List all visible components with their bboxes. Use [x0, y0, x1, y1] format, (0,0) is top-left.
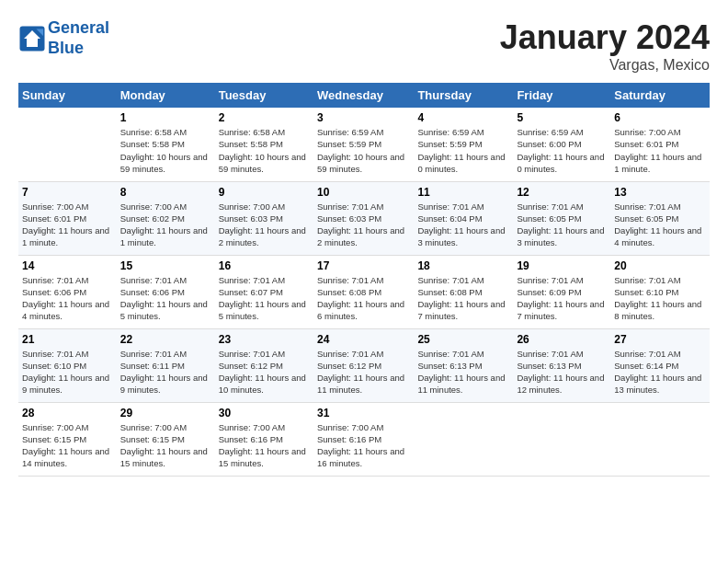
day-number: 10: [317, 186, 410, 199]
day-number: 2: [219, 111, 310, 124]
day-info: Sunrise: 7:01 AM Sunset: 6:14 PM Dayligh…: [614, 348, 706, 396]
day-number: 4: [417, 111, 509, 124]
weekday-header-row: SundayMondayTuesdayWednesdayThursdayFrid…: [18, 83, 710, 108]
calendar-cell-2-6: 20Sunrise: 7:01 AM Sunset: 6:10 PM Dayli…: [610, 255, 710, 328]
weekday-header-saturday: Saturday: [610, 83, 710, 108]
day-number: 15: [120, 259, 211, 272]
day-info: Sunrise: 7:01 AM Sunset: 6:06 PM Dayligh…: [120, 274, 211, 323]
weekday-header-wednesday: Wednesday: [313, 83, 414, 108]
day-number: 3: [317, 111, 410, 124]
day-number: 23: [219, 333, 310, 346]
day-number: 1: [120, 111, 211, 124]
calendar-cell-2-4: 18Sunrise: 7:01 AM Sunset: 6:08 PM Dayli…: [414, 255, 513, 328]
day-number: 20: [614, 259, 706, 272]
calendar-cell-2-0: 14Sunrise: 7:01 AM Sunset: 6:06 PM Dayli…: [18, 255, 117, 328]
calendar-cell-1-2: 9Sunrise: 7:00 AM Sunset: 6:03 PM Daylig…: [215, 181, 313, 255]
day-info: Sunrise: 7:00 AM Sunset: 6:01 PM Dayligh…: [22, 201, 113, 249]
day-number: 29: [120, 407, 211, 419]
calendar-cell-0-5: 5Sunrise: 6:59 AM Sunset: 6:00 PM Daylig…: [513, 108, 610, 181]
calendar-cell-4-3: 31Sunrise: 7:00 AM Sunset: 6:16 PM Dayli…: [313, 402, 414, 476]
day-info: Sunrise: 7:00 AM Sunset: 6:15 PM Dayligh…: [22, 421, 113, 470]
calendar-cell-2-3: 17Sunrise: 7:01 AM Sunset: 6:08 PM Dayli…: [313, 255, 414, 328]
calendar-cell-0-0: [18, 108, 117, 181]
day-info: Sunrise: 7:01 AM Sunset: 6:13 PM Dayligh…: [517, 348, 607, 396]
calendar-cell-0-1: 1Sunrise: 6:58 AM Sunset: 5:58 PM Daylig…: [117, 108, 215, 181]
day-info: Sunrise: 6:58 AM Sunset: 5:58 PM Dayligh…: [219, 126, 310, 175]
day-number: 16: [219, 259, 310, 272]
weekday-header-tuesday: Tuesday: [215, 83, 313, 108]
day-number: 6: [614, 111, 706, 124]
day-info: Sunrise: 7:00 AM Sunset: 6:15 PM Dayligh…: [120, 421, 211, 470]
calendar-row-3: 21Sunrise: 7:01 AM Sunset: 6:10 PM Dayli…: [18, 328, 710, 402]
calendar-cell-1-6: 13Sunrise: 7:01 AM Sunset: 6:05 PM Dayli…: [610, 181, 710, 255]
day-number: 24: [317, 333, 410, 346]
calendar-row-2: 14Sunrise: 7:01 AM Sunset: 6:06 PM Dayli…: [18, 255, 710, 328]
day-info: Sunrise: 7:01 AM Sunset: 6:03 PM Dayligh…: [317, 201, 410, 249]
calendar-table: SundayMondayTuesdayWednesdayThursdayFrid…: [18, 83, 710, 477]
day-number: 31: [317, 407, 410, 419]
calendar-cell-4-5: [513, 402, 610, 476]
calendar-cell-1-0: 7Sunrise: 7:00 AM Sunset: 6:01 PM Daylig…: [18, 181, 117, 255]
day-info: Sunrise: 7:01 AM Sunset: 6:08 PM Dayligh…: [317, 274, 410, 323]
calendar-cell-3-1: 22Sunrise: 7:01 AM Sunset: 6:11 PM Dayli…: [117, 328, 215, 402]
logo-icon: [18, 25, 46, 52]
day-info: Sunrise: 6:59 AM Sunset: 6:00 PM Dayligh…: [517, 126, 607, 175]
day-number: 12: [517, 186, 607, 199]
day-info: Sunrise: 7:01 AM Sunset: 6:04 PM Dayligh…: [417, 201, 509, 249]
weekday-header-friday: Friday: [513, 83, 610, 108]
day-info: Sunrise: 6:59 AM Sunset: 5:59 PM Dayligh…: [317, 126, 410, 175]
day-info: Sunrise: 7:00 AM Sunset: 6:16 PM Dayligh…: [219, 421, 310, 470]
calendar-cell-1-5: 12Sunrise: 7:01 AM Sunset: 6:05 PM Dayli…: [513, 181, 610, 255]
page: General Blue January 2024 Vargas, Mexico…: [0, 0, 728, 486]
day-info: Sunrise: 7:01 AM Sunset: 6:13 PM Dayligh…: [417, 348, 509, 396]
calendar-row-1: 7Sunrise: 7:00 AM Sunset: 6:01 PM Daylig…: [18, 181, 710, 255]
calendar-cell-1-1: 8Sunrise: 7:00 AM Sunset: 6:02 PM Daylig…: [117, 181, 215, 255]
calendar-cell-1-3: 10Sunrise: 7:01 AM Sunset: 6:03 PM Dayli…: [313, 181, 414, 255]
calendar-cell-2-1: 15Sunrise: 7:01 AM Sunset: 6:06 PM Dayli…: [117, 255, 215, 328]
day-info: Sunrise: 7:00 AM Sunset: 6:16 PM Dayligh…: [317, 421, 410, 470]
day-info: Sunrise: 7:00 AM Sunset: 6:03 PM Dayligh…: [219, 201, 310, 249]
calendar-cell-4-6: [610, 402, 710, 476]
calendar-cell-0-2: 2Sunrise: 6:58 AM Sunset: 5:58 PM Daylig…: [215, 108, 313, 181]
day-number: 7: [22, 186, 113, 199]
day-number: 22: [120, 333, 211, 346]
weekday-header-thursday: Thursday: [414, 83, 513, 108]
day-info: Sunrise: 6:58 AM Sunset: 5:58 PM Dayligh…: [120, 126, 211, 175]
day-number: 14: [22, 259, 113, 272]
calendar-cell-0-3: 3Sunrise: 6:59 AM Sunset: 5:59 PM Daylig…: [313, 108, 414, 181]
calendar-cell-2-5: 19Sunrise: 7:01 AM Sunset: 6:09 PM Dayli…: [513, 255, 610, 328]
calendar-cell-3-4: 25Sunrise: 7:01 AM Sunset: 6:13 PM Dayli…: [414, 328, 513, 402]
calendar-row-0: 1Sunrise: 6:58 AM Sunset: 5:58 PM Daylig…: [18, 108, 710, 181]
day-info: Sunrise: 7:01 AM Sunset: 6:05 PM Dayligh…: [614, 201, 706, 249]
day-number: 27: [614, 333, 706, 346]
month-title: January 2024: [500, 18, 710, 57]
calendar-cell-3-2: 23Sunrise: 7:01 AM Sunset: 6:12 PM Dayli…: [215, 328, 313, 402]
day-info: Sunrise: 7:01 AM Sunset: 6:10 PM Dayligh…: [22, 348, 113, 396]
calendar-cell-1-4: 11Sunrise: 7:01 AM Sunset: 6:04 PM Dayli…: [414, 181, 513, 255]
weekday-header-sunday: Sunday: [18, 83, 117, 108]
logo: General Blue: [18, 18, 109, 58]
day-info: Sunrise: 7:01 AM Sunset: 6:11 PM Dayligh…: [120, 348, 211, 396]
day-info: Sunrise: 7:00 AM Sunset: 6:01 PM Dayligh…: [614, 126, 706, 175]
day-number: 30: [219, 407, 310, 419]
location: Vargas, Mexico: [500, 57, 710, 74]
day-number: 9: [219, 186, 310, 199]
day-info: Sunrise: 7:01 AM Sunset: 6:09 PM Dayligh…: [517, 274, 607, 323]
day-info: Sunrise: 7:01 AM Sunset: 6:12 PM Dayligh…: [219, 348, 310, 396]
calendar-cell-3-0: 21Sunrise: 7:01 AM Sunset: 6:10 PM Dayli…: [18, 328, 117, 402]
calendar-cell-4-1: 29Sunrise: 7:00 AM Sunset: 6:15 PM Dayli…: [117, 402, 215, 476]
calendar-row-4: 28Sunrise: 7:00 AM Sunset: 6:15 PM Dayli…: [18, 402, 710, 476]
day-info: Sunrise: 7:01 AM Sunset: 6:06 PM Dayligh…: [22, 274, 113, 323]
day-number: 19: [517, 259, 607, 272]
title-block: January 2024 Vargas, Mexico: [500, 18, 710, 74]
day-info: Sunrise: 7:01 AM Sunset: 6:08 PM Dayligh…: [417, 274, 509, 323]
day-number: 5: [517, 111, 607, 124]
day-info: Sunrise: 7:01 AM Sunset: 6:10 PM Dayligh…: [614, 274, 706, 323]
calendar-cell-0-4: 4Sunrise: 6:59 AM Sunset: 5:59 PM Daylig…: [414, 108, 513, 181]
calendar-cell-3-6: 27Sunrise: 7:01 AM Sunset: 6:14 PM Dayli…: [610, 328, 710, 402]
header: General Blue January 2024 Vargas, Mexico: [18, 18, 710, 74]
logo-line1: General: [48, 18, 109, 39]
calendar-cell-4-0: 28Sunrise: 7:00 AM Sunset: 6:15 PM Dayli…: [18, 402, 117, 476]
calendar-cell-2-2: 16Sunrise: 7:01 AM Sunset: 6:07 PM Dayli…: [215, 255, 313, 328]
day-info: Sunrise: 7:01 AM Sunset: 6:12 PM Dayligh…: [317, 348, 410, 396]
